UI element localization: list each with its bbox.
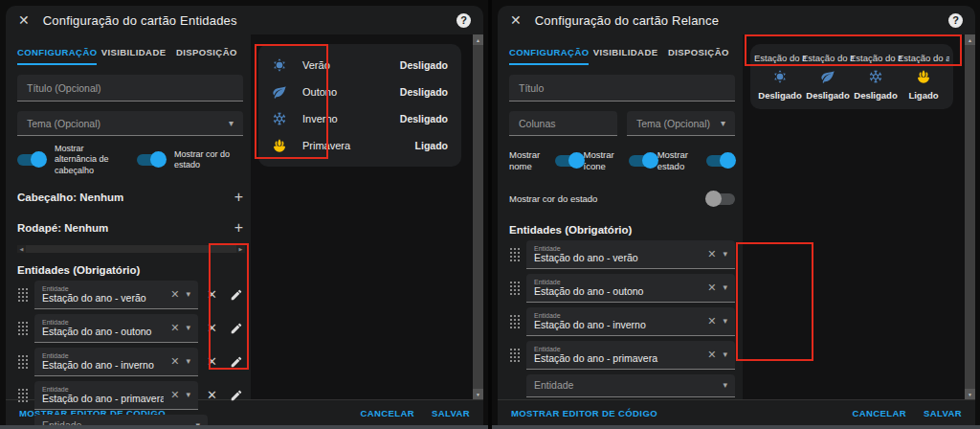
drag-handle-icon[interactable] <box>17 354 28 369</box>
leaf-icon <box>272 84 287 100</box>
edit-entity-icon[interactable] <box>230 389 243 402</box>
clear-icon[interactable]: ✕ <box>170 389 179 401</box>
entity-row: Entidade Estação do ano - verão ✕ ▾ ✕ <box>17 281 243 309</box>
footer-config-row: Rodapé: Nenhum + <box>17 218 243 237</box>
taskbar-strip <box>492 425 980 429</box>
scroll-up-icon[interactable]: ▲ <box>473 34 483 45</box>
chevron-down-icon[interactable]: ▾ <box>723 282 727 292</box>
clear-icon[interactable]: ✕ <box>170 322 179 334</box>
dialog-title: Configuração do cartão Relance <box>535 13 935 28</box>
clear-icon[interactable]: ✕ <box>707 349 716 361</box>
edit-entity-icon[interactable] <box>230 288 243 302</box>
drag-handle-icon[interactable] <box>17 287 28 302</box>
form-column: CONFIGURAÇÃO VISIBILIDADE DISPOSIÇÃO Tít… <box>6 34 251 399</box>
clear-icon[interactable]: ✕ <box>170 355 179 368</box>
preview-entity-name: Primavera <box>302 140 350 151</box>
entity-row: Entidade Estação do ano - outono ✕ ▾ ✕ <box>17 314 243 343</box>
header-toggle[interactable] <box>17 154 46 166</box>
help-icon[interactable]: ? <box>948 13 963 28</box>
tab-bar: CONFIGURAÇÃO VISIBILIDADE DISPOSIÇÃO <box>509 40 735 65</box>
columns-input[interactable]: Colunas <box>509 111 617 136</box>
state-color-toggle[interactable] <box>706 193 735 205</box>
chevron-down-icon: ▾ <box>721 118 725 128</box>
add-header-icon[interactable]: + <box>234 190 243 205</box>
add-entity-row: Entidade ▾ <box>17 415 243 425</box>
dialog-header: ✕ Configuração do cartão Relance ? <box>498 6 975 34</box>
entity-combobox[interactable]: Entidade Estação do ano - outono ✕ ▾ <box>526 274 735 303</box>
edit-entity-icon[interactable] <box>230 322 243 335</box>
scroll-up-icon[interactable]: ▲ <box>965 34 975 45</box>
drag-handle-icon[interactable] <box>509 314 520 328</box>
tab-visibility[interactable]: VISIBILIDADE <box>589 40 661 65</box>
save-button[interactable]: SALVAR <box>432 408 470 418</box>
edit-entity-icon[interactable] <box>230 355 243 369</box>
entity-field-label: Entidade <box>42 352 164 359</box>
chevron-down-icon[interactable]: ▾ <box>187 390 191 399</box>
entity-combobox[interactable]: Entidade Estação do ano - verão ✕ ▾ <box>526 240 735 269</box>
vertical-scrollbar[interactable]: ▲ ▼ <box>965 34 975 399</box>
scroll-down-icon[interactable]: ▼ <box>965 389 975 399</box>
state-color-toggle-label: Mostrar cor do estado <box>509 193 597 205</box>
state-color-toggle[interactable] <box>137 154 166 166</box>
remove-entity-icon[interactable]: ✕ <box>207 354 217 369</box>
entity-combobox[interactable]: Entidade Estação do ano - verão ✕ ▾ <box>34 281 198 309</box>
tab-configuration[interactable]: CONFIGURAÇÃO <box>509 40 589 65</box>
drag-handle-icon[interactable] <box>509 281 520 295</box>
scroll-left-icon[interactable]: ◀ <box>17 245 26 253</box>
clear-icon[interactable]: ✕ <box>170 288 179 301</box>
close-icon[interactable]: ✕ <box>510 13 522 27</box>
theme-select-label: Tema (Opcional) <box>636 118 710 129</box>
remove-entity-icon[interactable]: ✕ <box>207 287 217 302</box>
entities-heading: Entidades (Obrigatório) <box>509 224 735 236</box>
cancel-button[interactable]: CANCELAR <box>852 408 906 418</box>
add-entity-select[interactable]: Entidade ▾ <box>34 415 208 425</box>
preview-entity-name: Outono <box>302 86 337 98</box>
drag-handle-icon[interactable] <box>509 348 520 362</box>
tab-configuration[interactable]: CONFIGURAÇÃO <box>17 40 97 65</box>
remove-entity-icon[interactable]: ✕ <box>207 388 217 402</box>
header-toggle-group: Mostrar alternância de cabeçalho <box>17 144 123 176</box>
remove-entity-icon[interactable]: ✕ <box>207 321 217 335</box>
drag-handle-icon[interactable] <box>509 247 520 261</box>
show-icon-toggle[interactable] <box>629 155 657 167</box>
close-icon[interactable]: ✕ <box>18 13 30 27</box>
entity-combobox[interactable]: Entidade Estação do ano - inverno ✕ ▾ <box>526 307 735 336</box>
clear-icon[interactable]: ✕ <box>707 282 716 294</box>
preview-row: Verão Desligado <box>272 52 448 79</box>
add-entity-select[interactable]: Entidade ▾ <box>526 374 735 397</box>
entity-combobox[interactable]: Entidade Estação do ano - inverno ✕ ▾ <box>34 348 198 376</box>
save-button[interactable]: SALVAR <box>924 408 962 418</box>
scroll-down-icon[interactable]: ▼ <box>473 389 483 399</box>
chevron-down-icon[interactable]: ▾ <box>187 323 191 332</box>
chevron-down-icon[interactable]: ▾ <box>187 289 191 299</box>
cancel-button[interactable]: CANCELAR <box>360 408 414 418</box>
chevron-down-icon[interactable]: ▾ <box>723 316 727 326</box>
show-code-editor-button[interactable]: MOSTRAR EDITOR DE CÓDIGO <box>511 408 657 418</box>
drag-handle-icon[interactable] <box>17 321 28 335</box>
add-footer-icon[interactable]: + <box>234 220 243 236</box>
theme-select[interactable]: Tema (Opcional) ▾ <box>17 111 243 136</box>
horizontal-scrollbar[interactable]: ◀ ▶ <box>17 245 245 253</box>
theme-select[interactable]: Tema (Opcional) ▾ <box>627 111 735 136</box>
chevron-down-icon[interactable]: ▾ <box>723 350 727 359</box>
drag-handle-icon[interactable] <box>17 388 28 402</box>
tab-visibility[interactable]: VISIBILIDADE <box>97 40 169 65</box>
entities-card-preview[interactable]: Verão Desligado Outono Desligado Inverno… <box>258 44 461 167</box>
tab-layout[interactable]: DISPOSIÇÃO <box>662 40 735 65</box>
tab-layout[interactable]: DISPOSIÇÃO <box>170 40 243 65</box>
clear-icon[interactable]: ✕ <box>707 248 716 260</box>
vertical-scrollbar[interactable]: ▲ ▼ <box>473 34 483 399</box>
help-icon[interactable]: ? <box>457 13 471 28</box>
title-input[interactable]: Título <box>509 75 735 102</box>
show-name-toggle[interactable] <box>555 155 584 167</box>
chevron-down-icon[interactable]: ▾ <box>187 356 191 366</box>
clear-icon[interactable]: ✕ <box>707 315 716 327</box>
entity-combobox[interactable]: Entidade Estação do ano - primavera ✕ ▾ <box>34 381 198 410</box>
entity-combobox[interactable]: Entidade Estação do ano - primavera ✕ ▾ <box>526 341 735 370</box>
chevron-down-icon[interactable]: ▾ <box>723 249 727 259</box>
title-input[interactable]: Título (Opcional) <box>17 75 243 102</box>
scroll-right-icon[interactable]: ▶ <box>236 245 245 253</box>
show-state-toggle[interactable] <box>706 155 735 167</box>
entity-combobox[interactable]: Entidade Estação do ano - outono ✕ ▾ <box>34 314 198 343</box>
glance-card-preview[interactable]: Estação do a… Desligado Estação do a… De… <box>750 44 953 109</box>
